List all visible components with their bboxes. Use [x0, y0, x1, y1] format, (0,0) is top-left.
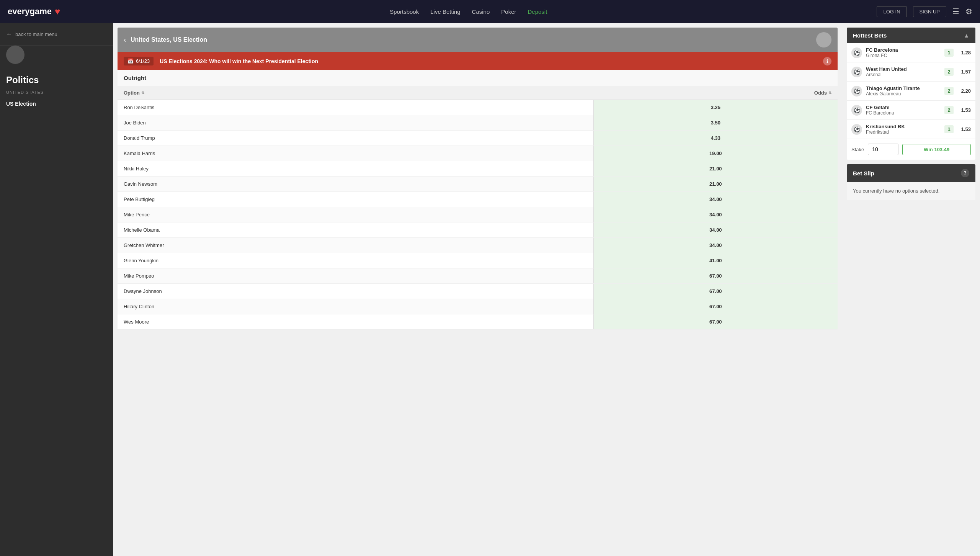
nav-casino[interactable]: Casino [472, 8, 490, 15]
bet-selection[interactable]: 1 [944, 49, 954, 57]
event-info-icon[interactable]: ℹ [823, 57, 831, 65]
bet-team2: Fredrikstad [866, 129, 941, 135]
page-header: ‹ United States, US Election [118, 28, 838, 52]
candidate-odds[interactable]: 21.00 [593, 177, 838, 191]
bet-selection[interactable]: 2 [944, 87, 954, 95]
nav-poker[interactable]: Poker [501, 8, 516, 15]
candidate-odds[interactable]: 34.00 [593, 192, 838, 207]
page-title: United States, US Election [131, 36, 207, 43]
signup-button[interactable]: SIGN UP [913, 6, 946, 17]
odds-column-header: Odds ⇅ [593, 86, 838, 100]
bet-team2: Girona FC [866, 53, 941, 58]
candidate-odds[interactable]: 34.00 [593, 238, 838, 253]
odds-sort-icon[interactable]: ⇅ [828, 91, 831, 95]
option-sort-icon[interactable]: ⇅ [141, 91, 144, 95]
sidebar-item-us-election[interactable]: US Election [0, 96, 113, 111]
logo-area[interactable]: everygame ♥ [8, 6, 60, 17]
bet-team2: Alexis Galarneau [866, 91, 941, 96]
bet-teams: FC Barcelona Girona FC [866, 47, 941, 58]
logo-icon: ♥ [55, 6, 60, 17]
candidate-odds[interactable]: 41.00 [593, 253, 838, 268]
bet-sport-icon: ⚽ [851, 67, 862, 77]
bet-slip-title: Bet Slip [853, 170, 874, 177]
event-title: US Elections 2024: Who will win the Next… [160, 58, 817, 64]
event-banner: 📅 6/1/23 US Elections 2024: Who will win… [118, 52, 838, 70]
event-date-text: 6/1/23 [136, 58, 150, 64]
table-row: Glenn Youngkin 41.00 [118, 253, 838, 268]
bet-odds: 1.28 [957, 50, 971, 56]
candidate-name: Donald Trump [118, 131, 593, 146]
main-layout: ← back to main menu Politics UNITED STAT… [0, 23, 980, 556]
bet-odds: 1.53 [957, 107, 971, 113]
table-row: Nikki Haley 21.00 [118, 161, 838, 177]
win-button[interactable]: Win 103.49 [902, 144, 971, 155]
candidate-odds[interactable]: 21.00 [593, 161, 838, 176]
candidate-odds[interactable]: 34.00 [593, 207, 838, 222]
hottest-bet-row: ⚽ West Ham United Arsenal 2 1.57 [847, 62, 975, 82]
table-row: Mike Pompeo 67.00 [118, 268, 838, 284]
candidate-name: Ron DeSantis [118, 100, 593, 115]
hottest-bets-header: Hottest Bets ▲ [847, 28, 975, 43]
hottest-bet-row: ⚽ Kristiansund BK Fredrikstad 1 1.53 [847, 120, 975, 139]
bet-selection[interactable]: 2 [944, 68, 954, 76]
candidate-name: Wes Moore [118, 314, 593, 329]
candidate-odds[interactable]: 67.00 [593, 314, 838, 329]
menu-icon[interactable]: ☰ [952, 7, 959, 16]
bet-slip-header: Bet Slip ? [847, 164, 975, 182]
bet-sport-icon: ⚽ [851, 86, 862, 96]
candidate-name: Hillary Clinton [118, 299, 593, 314]
candidate-odds[interactable]: 67.00 [593, 284, 838, 299]
settings-icon[interactable]: ⚙ [965, 7, 972, 16]
logo-text: everygame [8, 7, 52, 16]
candidate-name: Michelle Obama [118, 222, 593, 237]
help-icon[interactable]: ? [961, 169, 969, 177]
bet-teams: Kristiansund BK Fredrikstad [866, 124, 941, 135]
table-row: Gretchen Whitmer 34.00 [118, 238, 838, 253]
candidate-name: Kamala Harris [118, 146, 593, 161]
bet-odds: 1.57 [957, 69, 971, 75]
header-right: LOG IN SIGN UP ☰ ⚙ [877, 6, 972, 17]
bet-sport-icon: ⚽ [851, 124, 862, 135]
odds-header-label: Odds [814, 90, 827, 96]
candidate-odds[interactable]: 3.50 [593, 115, 838, 130]
bet-selection[interactable]: 2 [944, 106, 954, 114]
stake-row: Stake Win 103.49 [847, 139, 975, 160]
nav-sportsbook[interactable]: Sportsbook [390, 8, 419, 15]
candidate-odds[interactable]: 67.00 [593, 299, 838, 314]
event-date: 📅 6/1/23 [124, 57, 154, 65]
nav-live-betting[interactable]: Live Betting [430, 8, 460, 15]
candidate-name: Mike Pompeo [118, 268, 593, 283]
table-row: Dwayne Johnson 67.00 [118, 284, 838, 299]
candidate-odds[interactable]: 34.00 [593, 222, 838, 237]
candidate-name: Gavin Newsom [118, 177, 593, 191]
candidate-odds[interactable]: 3.25 [593, 100, 838, 115]
outright-container: Outright Option ⇅ Odds ⇅ Ron DeSantis 3.… [118, 70, 838, 330]
bet-selection[interactable]: 1 [944, 125, 954, 133]
option-header-label: Option [124, 90, 140, 96]
hottest-bet-row: ⚽ CF Getafe FC Barcelona 2 1.53 [847, 101, 975, 120]
candidate-odds[interactable]: 67.00 [593, 268, 838, 283]
table-row: Wes Moore 67.00 [118, 314, 838, 330]
login-button[interactable]: LOG IN [877, 6, 906, 17]
back-to-main-menu[interactable]: ← back to main menu [0, 23, 113, 46]
stake-input[interactable] [868, 144, 898, 155]
bet-team2: FC Barcelona [866, 110, 941, 116]
bet-slip: Bet Slip ? You currently have no options… [847, 164, 975, 200]
hottest-bet-row: ⚽ FC Barcelona Girona FC 1 1.28 [847, 43, 975, 62]
collapse-icon[interactable]: ▲ [964, 32, 969, 39]
bet-team1: West Ham United [866, 66, 941, 72]
back-label: back to main menu [15, 31, 57, 37]
bet-teams: West Ham United Arsenal [866, 66, 941, 77]
table-row: Joe Biden 3.50 [118, 115, 838, 131]
page-back-button[interactable]: ‹ [124, 36, 126, 44]
candidate-name: Gretchen Whitmer [118, 238, 593, 253]
bet-team1: Kristiansund BK [866, 124, 941, 129]
stake-label: Stake [851, 147, 864, 152]
nav-deposit[interactable]: Deposit [528, 8, 547, 15]
sidebar-country-label: UNITED STATES [0, 88, 113, 96]
candidate-odds[interactable]: 19.00 [593, 146, 838, 161]
table-row: Donald Trump 4.33 [118, 131, 838, 146]
candidate-name: Nikki Haley [118, 161, 593, 176]
candidate-odds[interactable]: 4.33 [593, 131, 838, 146]
bet-team2: Arsenal [866, 72, 941, 77]
